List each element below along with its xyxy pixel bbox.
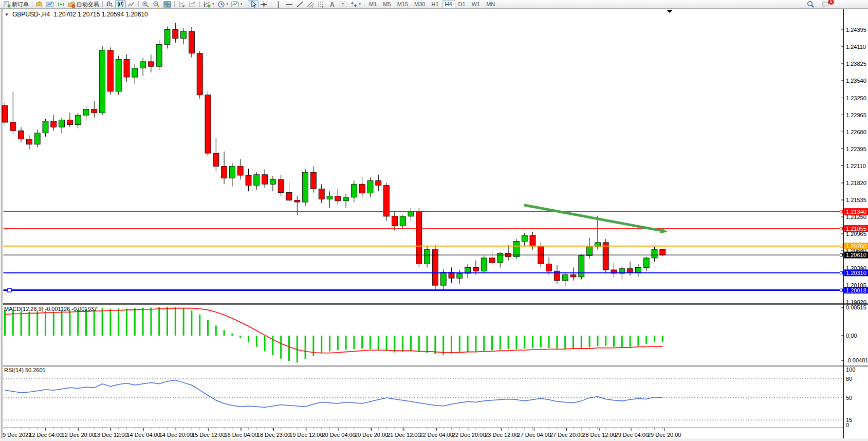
candle: [343, 197, 349, 201]
macd-histogram-bar: [191, 310, 192, 336]
candle: [497, 253, 503, 263]
dropdown-caret-icon[interactable]: ▾: [241, 2, 243, 6]
dropdown-caret-icon[interactable]: ▾: [359, 2, 361, 6]
time-axis-label: 21 Dec 12:00: [387, 432, 420, 438]
zoom-in-button[interactable]: [140, 0, 151, 9]
candle: [652, 250, 657, 258]
hline-icon: [285, 1, 293, 8]
candle: [156, 44, 162, 66]
macd-histogram-bar: [142, 308, 144, 336]
tile-windows-icon: [163, 1, 171, 8]
signal-icon: [57, 1, 65, 8]
indicators-button[interactable]: ▾: [201, 0, 216, 9]
timeframe-w1-button[interactable]: W1: [469, 0, 484, 9]
rsi-axis-label: 50: [846, 395, 852, 401]
candle: [148, 62, 154, 66]
trendline-button[interactable]: [294, 0, 305, 9]
macd-axis-label: -0.004811: [846, 357, 868, 363]
macd-histogram-bar: [572, 336, 574, 348]
time-axis-label: 23 Dec 12:00: [485, 432, 518, 438]
timeframe-m15-button[interactable]: M15: [394, 0, 411, 9]
new-order-button[interactable]: 新订单: [2, 0, 30, 9]
chart-canvas[interactable]: 1.243951.241101.238251.235401.232501.229…: [0, 0, 868, 441]
auto-scroll-button[interactable]: [176, 0, 187, 9]
candle: [643, 258, 649, 268]
publish-chart-button[interactable]: [45, 0, 56, 9]
history-center-button[interactable]: [34, 0, 45, 9]
timeframe-h1-button[interactable]: H1: [428, 0, 441, 9]
macd-histogram-bar: [288, 336, 290, 361]
arrows-button[interactable]: ▾: [348, 0, 363, 9]
line-selection-handle[interactable]: [8, 288, 11, 292]
candle: [351, 184, 357, 197]
text-label-button[interactable]: T: [338, 0, 348, 9]
candle: [213, 153, 219, 167]
timeframe-mn-button[interactable]: MN: [483, 0, 498, 9]
timeframe-m5-button[interactable]: M5: [380, 0, 394, 9]
macd-histogram-bar: [597, 336, 598, 346]
dropdown-caret-icon[interactable]: ▾: [227, 2, 229, 6]
candle: [522, 235, 527, 242]
macd-histogram-bar: [329, 336, 330, 352]
candle: [562, 274, 568, 281]
crosshair-button[interactable]: [258, 0, 269, 9]
candle: [189, 31, 194, 53]
timeframe-m30-button[interactable]: M30: [411, 0, 428, 9]
notifications-button[interactable]: 1: [820, 0, 831, 9]
candle: [43, 121, 48, 133]
dropdown-caret-icon[interactable]: ▾: [212, 2, 214, 6]
macd-histogram-bar: [353, 336, 355, 349]
candle: [513, 242, 519, 257]
candle: [489, 258, 495, 263]
autotrading-label: 自动交易: [77, 1, 99, 8]
periods-icon: [217, 1, 225, 8]
horizontal-line-button[interactable]: [284, 0, 294, 9]
templates-icon: [231, 1, 239, 8]
time-axis-label: 16 Dec 04:00: [224, 432, 257, 438]
auto-scroll-icon: [178, 1, 186, 8]
time-axis-label: 14 Dec 20:00: [159, 432, 193, 438]
line-chart-mode-button[interactable]: [126, 0, 137, 9]
text-label-icon: T: [339, 1, 347, 8]
candlestick-mode-button[interactable]: [115, 0, 126, 9]
cursor-button[interactable]: [248, 0, 258, 9]
toolbar-separator: [246, 1, 246, 7]
macd-histogram-bar: [483, 336, 485, 351]
candle: [635, 267, 641, 272]
candle: [335, 196, 341, 201]
macd-histogram-bar: [126, 309, 127, 336]
zoom-out-button[interactable]: [151, 0, 162, 9]
candle: [310, 172, 316, 189]
autotrading-button[interactable]: 自动交易: [66, 0, 101, 9]
vertical-line-button[interactable]: [273, 0, 284, 9]
time-axis-label: 15 Dec 12:00: [192, 432, 225, 438]
candle: [530, 235, 535, 246]
time-axis-label: 22 Dec 04:00: [419, 432, 453, 438]
one-click-trading-toggle-icon[interactable]: ▼: [5, 12, 9, 17]
bar-chart-mode-button[interactable]: [104, 0, 115, 9]
macd-histogram-bar: [386, 336, 387, 352]
macd-histogram-bar: [427, 336, 428, 353]
macd-histogram-bar: [118, 308, 119, 336]
tile-windows-button[interactable]: [162, 0, 173, 9]
timeframe-h4-button[interactable]: H4: [442, 0, 455, 9]
macd-histogram-bar: [459, 336, 460, 353]
timeframe-m1-button[interactable]: M1: [366, 0, 380, 9]
periods-button[interactable]: ▾: [216, 0, 230, 9]
text-button[interactable]: A: [327, 0, 338, 9]
price-tick-label: 1.23250: [846, 95, 866, 101]
templates-button[interactable]: ▾: [230, 0, 244, 9]
macd-histogram-bar: [556, 336, 558, 348]
equidistant-channel-button[interactable]: E: [305, 0, 316, 9]
fibonacci-button[interactable]: F: [316, 0, 327, 9]
macd-histogram-bar: [378, 336, 379, 350]
search-button[interactable]: [805, 0, 816, 9]
macd-histogram-bar: [21, 311, 22, 336]
price-tick-label: 1.22395: [846, 146, 866, 152]
timeframe-d1-button[interactable]: D1: [455, 0, 469, 9]
candle: [262, 175, 268, 185]
candle: [75, 115, 81, 125]
signals-button[interactable]: [56, 0, 66, 9]
macd-histogram-bar: [645, 336, 647, 344]
chart-shift-button[interactable]: [187, 0, 198, 9]
